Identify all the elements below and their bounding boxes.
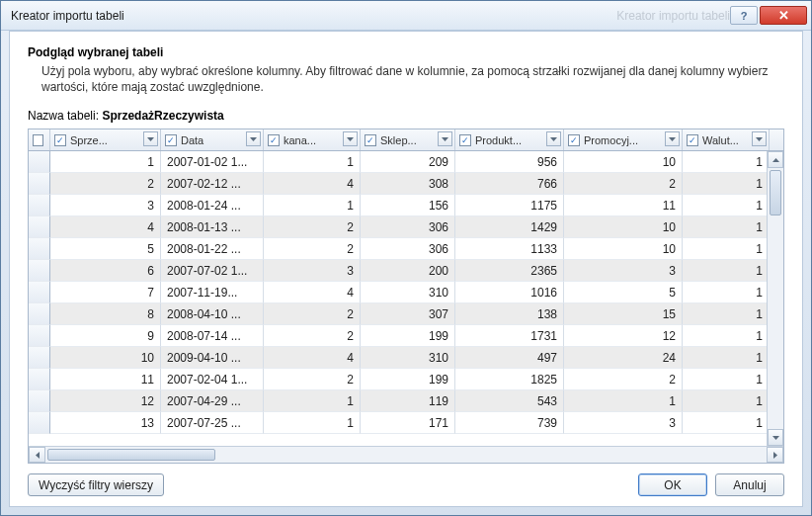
filter-dropdown-icon[interactable] (438, 131, 452, 146)
cell-sklep[interactable]: 310 (361, 347, 455, 369)
cell-promocyj[interactable]: 12 (564, 325, 683, 347)
help-button[interactable]: ? (730, 6, 758, 25)
cell-sprze[interactable]: 12 (50, 390, 161, 412)
row-header[interactable] (29, 412, 50, 434)
row-header[interactable] (29, 369, 50, 390)
table-row[interactable]: 52008-01-22 ...23061133101 (29, 238, 783, 260)
checkbox-icon[interactable]: ✓ (365, 134, 376, 146)
cell-promocyj[interactable]: 15 (564, 303, 683, 325)
cell-data[interactable]: 2007-11-19... (161, 282, 264, 303)
cell-kana[interactable]: 1 (264, 390, 361, 412)
cell-promocyj[interactable]: 10 (564, 151, 683, 173)
horizontal-scrollbar[interactable] (29, 446, 783, 463)
cell-sklep[interactable]: 209 (361, 151, 455, 173)
cell-sklep[interactable]: 199 (361, 369, 455, 390)
cell-promocyj[interactable]: 2 (564, 173, 683, 195)
filter-dropdown-icon[interactable] (143, 131, 158, 146)
cell-kana[interactable]: 2 (264, 369, 361, 390)
cell-walut[interactable]: 1 (683, 195, 770, 216)
filter-dropdown-icon[interactable] (665, 131, 680, 146)
scroll-track[interactable] (768, 168, 783, 429)
cell-kana[interactable]: 2 (264, 325, 361, 347)
cell-produkt[interactable]: 543 (455, 390, 564, 412)
cell-data[interactable]: 2008-01-13 ... (161, 216, 264, 238)
table-row[interactable]: 62007-07-02 1...3200236531 (29, 260, 783, 282)
row-header[interactable] (29, 282, 50, 303)
cell-promocyj[interactable]: 3 (564, 412, 683, 434)
row-header[interactable] (29, 238, 50, 260)
cell-promocyj[interactable]: 11 (564, 195, 683, 216)
table-row[interactable]: 42008-01-13 ...23061429101 (29, 216, 783, 238)
cell-produkt[interactable]: 1731 (455, 325, 564, 347)
filter-dropdown-icon[interactable] (752, 131, 767, 146)
checkbox-icon[interactable]: ✓ (268, 134, 280, 146)
table-row[interactable]: 22007-02-12 ...430876621 (29, 173, 783, 195)
checkbox-icon[interactable]: ✓ (459, 134, 471, 146)
cell-sprze[interactable]: 9 (50, 325, 161, 347)
cell-kana[interactable]: 1 (264, 195, 361, 216)
cell-sklep[interactable]: 171 (361, 412, 455, 434)
cell-produkt[interactable]: 956 (455, 151, 564, 173)
cell-walut[interactable]: 1 (683, 325, 770, 347)
scroll-thumb[interactable] (47, 449, 215, 461)
table-row[interactable]: 32008-01-24 ...11561175111 (29, 195, 783, 216)
cell-produkt[interactable]: 1429 (455, 216, 564, 238)
row-header[interactable] (29, 151, 50, 173)
col-header-walut[interactable]: ✓ Walut... (683, 129, 770, 150)
cell-walut[interactable]: 1 (683, 260, 770, 282)
cell-data[interactable]: 2007-02-04 1... (161, 369, 264, 390)
col-header-sprze[interactable]: ✓ Sprze... (50, 129, 161, 150)
cell-walut[interactable]: 1 (683, 369, 770, 390)
cell-sprze[interactable]: 10 (50, 347, 161, 369)
row-header[interactable] (29, 195, 50, 216)
cell-kana[interactable]: 2 (264, 216, 361, 238)
row-header[interactable] (29, 173, 50, 195)
table-row[interactable]: 112007-02-04 1...2199182521 (29, 369, 783, 390)
close-button[interactable]: ✕ (760, 6, 807, 25)
cell-data[interactable]: 2007-04-29 ... (161, 390, 264, 412)
cell-promocyj[interactable]: 10 (564, 238, 683, 260)
cancel-button[interactable]: Anuluj (715, 473, 784, 496)
cell-walut[interactable]: 1 (683, 151, 770, 173)
cell-promocyj[interactable]: 3 (564, 260, 683, 282)
cell-produkt[interactable]: 739 (455, 412, 564, 434)
row-header[interactable] (29, 260, 50, 282)
cell-data[interactable]: 2007-07-25 ... (161, 412, 264, 434)
cell-data[interactable]: 2008-01-24 ... (161, 195, 264, 216)
row-header[interactable] (29, 216, 50, 238)
cell-data[interactable]: 2008-04-10 ... (161, 303, 264, 325)
ok-button[interactable]: OK (638, 473, 707, 496)
checkbox-icon[interactable]: ✓ (54, 134, 66, 146)
cell-sprze[interactable]: 5 (50, 238, 161, 260)
cell-sklep[interactable]: 308 (361, 173, 455, 195)
cell-produkt[interactable]: 1175 (455, 195, 564, 216)
cell-kana[interactable]: 2 (264, 238, 361, 260)
cell-walut[interactable]: 1 (683, 282, 770, 303)
col-header-sklep[interactable]: ✓ Sklep... (361, 129, 455, 150)
cell-data[interactable]: 2007-01-02 1... (161, 151, 264, 173)
cell-walut[interactable]: 1 (683, 390, 770, 412)
scroll-right-button[interactable] (767, 447, 783, 463)
select-all-header[interactable] (29, 129, 50, 150)
cell-sprze[interactable]: 13 (50, 412, 161, 434)
vertical-scrollbar[interactable] (767, 151, 783, 446)
row-header[interactable] (29, 390, 50, 412)
cell-sklep[interactable]: 156 (361, 195, 455, 216)
table-row[interactable]: 82008-04-10 ...2307138151 (29, 303, 783, 325)
cell-sprze[interactable]: 3 (50, 195, 161, 216)
cell-walut[interactable]: 1 (683, 303, 770, 325)
col-header-produkt[interactable]: ✓ Produkt... (455, 129, 564, 150)
cell-sklep[interactable]: 306 (361, 238, 455, 260)
table-row[interactable]: 132007-07-25 ...117173931 (29, 412, 783, 434)
cell-produkt[interactable]: 766 (455, 173, 564, 195)
cell-sklep[interactable]: 307 (361, 303, 455, 325)
cell-sprze[interactable]: 11 (50, 369, 161, 390)
row-header[interactable] (29, 347, 50, 369)
cell-kana[interactable]: 3 (264, 260, 361, 282)
cell-kana[interactable]: 4 (264, 282, 361, 303)
cell-sklep[interactable]: 200 (361, 260, 455, 282)
col-header-promocyj[interactable]: ✓ Promocyj... (564, 129, 683, 150)
checkbox-icon[interactable]: ✓ (165, 134, 177, 146)
cell-data[interactable]: 2007-07-02 1... (161, 260, 264, 282)
cell-walut[interactable]: 1 (683, 347, 770, 369)
